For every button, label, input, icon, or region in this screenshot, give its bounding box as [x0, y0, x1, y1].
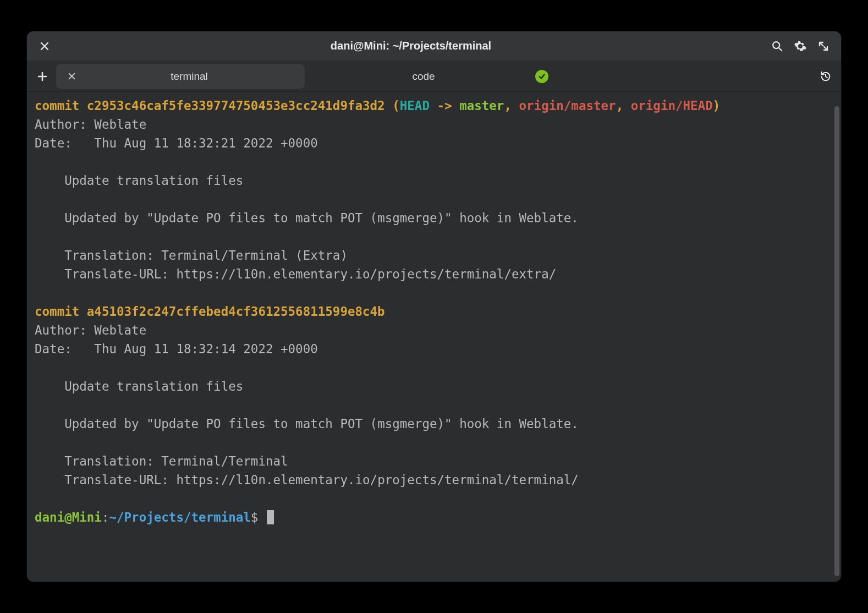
plus-icon: [37, 72, 47, 81]
tab-terminal[interactable]: terminal: [57, 64, 304, 89]
maximize-button[interactable]: [814, 36, 833, 56]
close-icon: [40, 42, 49, 51]
history-icon: [820, 70, 832, 83]
window-title: dani@Mini: ~/Projects/terminal: [59, 40, 763, 52]
tab-code[interactable]: code: [309, 64, 556, 89]
search-icon: [771, 40, 783, 52]
terminal-output: commit c2953c46caf5fe339774750453e3cc241…: [35, 96, 833, 574]
history-button[interactable]: [816, 67, 836, 86]
maximize-icon: [818, 41, 829, 52]
titlebar: dani@Mini: ~/Projects/terminal: [27, 31, 841, 61]
tab-status-success: [535, 70, 548, 83]
tab-label: terminal: [82, 70, 296, 83]
tab-label: code: [316, 70, 531, 83]
search-button[interactable]: [767, 36, 787, 56]
terminal-window: dani@Mini: ~/Projects/terminal terminal …: [27, 31, 841, 582]
window-close-button[interactable]: [35, 36, 54, 56]
titlebar-actions: [767, 36, 833, 56]
terminal-viewport[interactable]: commit c2953c46caf5fe339774750453e3cc241…: [27, 92, 841, 582]
gear-icon: [794, 40, 807, 53]
tab-bar: terminal code: [27, 61, 841, 92]
scrollbar[interactable]: [834, 106, 839, 576]
close-icon: [68, 73, 75, 80]
new-tab-button[interactable]: [32, 67, 52, 86]
check-icon: [538, 73, 546, 80]
settings-button[interactable]: [790, 36, 810, 56]
tab-close-button[interactable]: [64, 69, 79, 84]
